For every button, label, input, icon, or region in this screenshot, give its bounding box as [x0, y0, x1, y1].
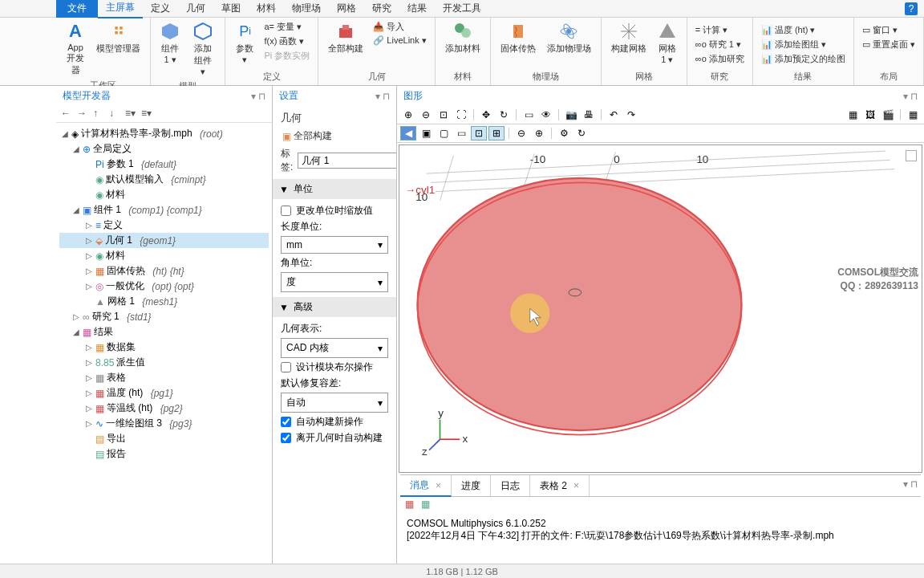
pan-icon[interactable]: ✥: [478, 108, 494, 122]
zoom-out-icon[interactable]: ⊖: [418, 108, 434, 122]
menu-mesh[interactable]: 网格: [329, 0, 364, 18]
build-all-btn[interactable]: 全部构建: [325, 20, 367, 56]
sel-dom-icon[interactable]: ▣: [418, 126, 434, 140]
add-study-btn[interactable]: ∞o 添加研究: [694, 52, 746, 66]
import-btn[interactable]: 📥 导入: [371, 20, 428, 34]
sel-bnd-icon[interactable]: ▢: [436, 126, 452, 140]
reset-desktop-btn[interactable]: ▭ 重置桌面 ▾: [861, 38, 917, 51]
down-icon[interactable]: ↓: [109, 108, 122, 120]
tab-table2[interactable]: 表格 2×: [530, 475, 590, 496]
geom-repr-select[interactable]: CAD 内核▾: [281, 338, 388, 358]
clip-icon[interactable]: ▦: [845, 108, 861, 122]
ang-select[interactable]: 度▾: [281, 272, 388, 292]
view-icon[interactable]: 👁: [538, 108, 554, 122]
adv-section[interactable]: ▼高级: [273, 297, 396, 317]
temp-plot-btn[interactable]: 📊 温度 (ht) ▾: [760, 23, 847, 37]
build-mesh-btn[interactable]: 构建网格: [608, 20, 650, 56]
sel-edge-icon[interactable]: ▭: [453, 126, 469, 140]
scale-checkbox[interactable]: [281, 206, 291, 216]
close-icon[interactable]: ×: [573, 480, 579, 491]
maximize-icon[interactable]: [906, 150, 917, 161]
params-btn[interactable]: Pi参数 ▾: [232, 20, 257, 67]
image-icon[interactable]: 🖼: [862, 108, 878, 122]
root-icon: ◈: [71, 128, 79, 140]
settings-icon[interactable]: ⚙: [556, 126, 572, 140]
funcs-btn[interactable]: f(x) 函数 ▾: [262, 35, 311, 48]
results-icon: ▦: [83, 327, 91, 338]
auto-leave-checkbox[interactable]: [281, 433, 291, 443]
zoom-fit-icon[interactable]: ⛶: [453, 108, 469, 122]
tab-log[interactable]: 日志: [491, 475, 530, 496]
show-icon[interactable]: ≡▾: [141, 108, 154, 120]
fwd-icon[interactable]: →: [77, 108, 90, 120]
file-menu[interactable]: 文件: [56, 0, 98, 18]
len-select[interactable]: mm▾: [281, 236, 388, 254]
more-icon[interactable]: ▦: [905, 108, 921, 122]
tree-toolbar: ← → ↑ ↓ ≡▾ ≡▾: [56, 106, 272, 123]
play-icon[interactable]: ◀: [400, 126, 416, 140]
up-icon[interactable]: ↑: [93, 108, 106, 120]
add-physics-btn[interactable]: 添加物理场: [544, 20, 594, 56]
sel-pt-icon[interactable]: ⊡: [471, 126, 487, 140]
model-tree[interactable]: ◢◈ 计算材料热导率-录制.mph (root) ◢⊕ 全局定义 Pi 参数 1…: [56, 123, 272, 564]
livelink-btn[interactable]: 🔗 LiveLink ▾: [371, 35, 428, 47]
zoom-icon[interactable]: ⊕: [400, 108, 416, 122]
auto-new-checkbox[interactable]: [281, 417, 291, 427]
select-icon[interactable]: ▭: [521, 108, 537, 122]
group-mat: 材料: [442, 69, 484, 83]
menu-dev[interactable]: 开发工具: [435, 0, 489, 18]
menu-study[interactable]: 研究: [364, 0, 399, 18]
menu-phys[interactable]: 物理场: [284, 0, 329, 18]
geom-repr-label: 几何表示:: [281, 322, 388, 336]
bool-checkbox[interactable]: [281, 362, 291, 372]
tab-messages[interactable]: 消息×: [400, 475, 452, 497]
print-icon[interactable]: 🖶: [581, 108, 597, 122]
camera-icon[interactable]: 📷: [563, 108, 579, 122]
vars-btn[interactable]: a= 变量 ▾: [262, 20, 311, 34]
compute-btn[interactable]: = 计算 ▾: [694, 23, 746, 37]
add-predef-btn[interactable]: 📊 添加预定义的绘图: [760, 52, 847, 66]
svg-text:-10: -10: [530, 153, 545, 165]
component-btn[interactable]: 组件 1 ▾: [157, 20, 183, 67]
model-manager-btn[interactable]: 模型管理器: [93, 20, 144, 56]
clear-icon[interactable]: ▦: [421, 499, 434, 511]
hide-icon[interactable]: ⊖: [513, 126, 529, 140]
study1-btn[interactable]: ∞o 研究 1 ▾: [694, 38, 746, 51]
help-icon[interactable]: ?: [905, 2, 918, 15]
reset-icon[interactable]: ↻: [573, 126, 590, 140]
unit-section[interactable]: ▼单位: [273, 179, 396, 199]
menu-geom[interactable]: 几何: [178, 0, 213, 18]
close-icon[interactable]: ×: [436, 480, 441, 491]
undo-icon[interactable]: ↶: [606, 108, 622, 122]
show-icon[interactable]: ⊕: [531, 126, 547, 140]
geom-node[interactable]: ▷⬙ 几何 1 {geom1}: [59, 233, 269, 248]
menu-def[interactable]: 定义: [143, 0, 178, 18]
mesh1-btn[interactable]: 网格 1 ▾: [654, 20, 680, 67]
back-icon[interactable]: ←: [61, 108, 74, 120]
tab-progress[interactable]: 进度: [452, 475, 491, 496]
anim-icon[interactable]: 🎬: [880, 108, 896, 122]
graphics-canvas[interactable]: -10 0 10 10 → cyl1: [399, 144, 922, 473]
build-all-link[interactable]: ▣ 全部构建: [281, 128, 388, 144]
redo-icon[interactable]: ↷: [623, 108, 639, 122]
add-plot-btn[interactable]: 📊 添加绘图组 ▾: [760, 38, 847, 51]
menu-sketch[interactable]: 草图: [213, 0, 249, 18]
sel-all-icon[interactable]: ⊞: [488, 126, 505, 140]
zoom-box-icon[interactable]: ⊡: [436, 108, 452, 122]
app-builder-btn[interactable]: AApp 开发器: [63, 20, 88, 78]
add-material-btn[interactable]: 添加材料: [442, 20, 484, 56]
label-input[interactable]: [298, 153, 396, 169]
rotate-icon[interactable]: ↻: [496, 108, 512, 122]
collapse-icon[interactable]: ≡▾: [125, 108, 138, 120]
menu-mat[interactable]: 材料: [249, 0, 284, 18]
heat-transfer-btn[interactable]: 固体传热: [497, 20, 539, 56]
menu-results[interactable]: 结果: [399, 0, 435, 18]
window-btn[interactable]: ▭ 窗口 ▾: [861, 23, 917, 37]
add-component-btn[interactable]: 添加组件 ▾: [188, 20, 218, 79]
msg-icon[interactable]: ▦: [405, 499, 418, 511]
svg-text:x: x: [463, 433, 468, 445]
param-inst-btn[interactable]: Pi 参数实例: [262, 49, 311, 63]
menu-home[interactable]: 主屏幕: [98, 0, 143, 18]
svg-text:y: y: [438, 407, 444, 419]
repair-select[interactable]: 自动▾: [281, 393, 388, 413]
